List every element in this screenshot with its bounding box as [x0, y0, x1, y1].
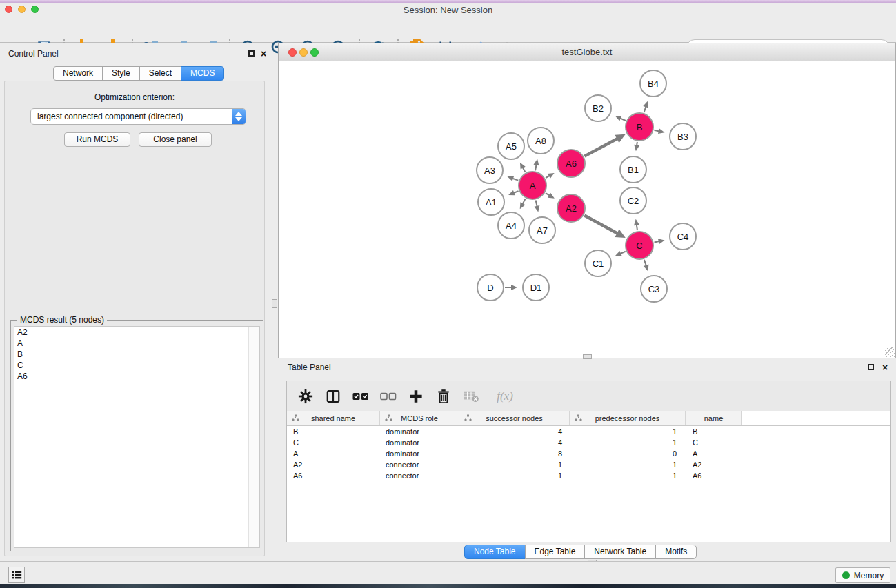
result-item[interactable]: A6	[14, 371, 259, 382]
optimization-label: Optimization criterion:	[5, 92, 264, 102]
mcds-result-list[interactable]: A2ABCA6	[14, 326, 260, 548]
svg-text:B: B	[637, 122, 643, 132]
svg-text:C2: C2	[628, 196, 639, 206]
result-item[interactable]: A	[14, 338, 259, 349]
deselect-all-rows-button[interactable]	[379, 387, 397, 405]
graph-node-C4[interactable]: C4	[670, 223, 696, 250]
titlebar[interactable]: Session: New Session	[0, 3, 896, 18]
column-header[interactable]: successor nodes	[459, 411, 570, 425]
graph-node-C2[interactable]: C2	[620, 187, 646, 214]
svg-text:C1: C1	[593, 258, 604, 269]
graph-edge	[536, 201, 537, 207]
result-item[interactable]: C	[14, 360, 259, 371]
graph-node-A5[interactable]: A5	[498, 133, 524, 159]
graph-node-C[interactable]: C	[626, 232, 653, 259]
table-body: Bdominator41BCdominator41CAdominator80AA…	[287, 426, 890, 481]
toggle-columns-button[interactable]	[324, 387, 342, 405]
tab-network[interactable]: Network	[53, 66, 103, 81]
network-canvas[interactable]: AA1A2A3A4A5A6A7A8BB1B2B3B4CC1C2C3C4DD1	[279, 61, 895, 358]
graph-edge	[655, 241, 659, 242]
graph-node-A2[interactable]: A2	[557, 194, 585, 222]
svg-text:B1: B1	[628, 165, 639, 175]
column-header[interactable]: MCDS role	[380, 411, 459, 425]
graph-node-C1[interactable]: C1	[585, 250, 611, 276]
tab-style[interactable]: Style	[102, 66, 140, 81]
graph-edge	[513, 191, 518, 193]
run-mcds-button[interactable]: Run MCDS	[64, 132, 130, 147]
graph-node-B2[interactable]: B2	[585, 95, 611, 121]
graph-node-D[interactable]: D	[477, 274, 504, 301]
graph-node-A4[interactable]: A4	[498, 212, 524, 239]
table-row[interactable]: Cdominator41C	[287, 437, 890, 448]
tab-mcds[interactable]: MCDS	[181, 66, 224, 81]
table-row[interactable]: A6connector11A6	[287, 470, 890, 481]
graph-node-A8[interactable]: A8	[528, 128, 554, 154]
network-titlebar[interactable]: testGlobe.txt	[279, 43, 895, 61]
graph-node-D1[interactable]: D1	[523, 274, 549, 301]
delete-table-button[interactable]	[462, 387, 480, 405]
close-table-panel-icon[interactable]: ×	[882, 363, 888, 372]
graph-node-A3[interactable]: A3	[477, 157, 503, 183]
float-table-panel-icon[interactable]	[868, 364, 874, 370]
select-all-rows-button[interactable]	[352, 387, 370, 405]
close-panel-button[interactable]: Close panel	[139, 132, 212, 147]
memory-status-icon	[842, 571, 850, 579]
close-panel-icon[interactable]: ×	[261, 50, 266, 58]
result-item[interactable]: A2	[14, 327, 259, 338]
function-builder-button[interactable]: f(x)	[490, 387, 520, 405]
column-header[interactable]: shared name	[287, 411, 380, 425]
tab-node-table[interactable]: Node Table	[464, 545, 526, 559]
edge-arrowhead	[511, 285, 517, 290]
network-title: testGlobe.txt	[279, 43, 895, 61]
graph-node-B1[interactable]: B1	[620, 156, 646, 183]
edge-arrowhead	[507, 176, 514, 181]
svg-text:C4: C4	[677, 232, 689, 242]
fx-label: f(x)	[497, 389, 513, 403]
graph-node-B3[interactable]: B3	[670, 123, 696, 150]
result-item[interactable]: B	[14, 349, 259, 360]
column-header[interactable]: name	[686, 411, 742, 425]
svg-text:C3: C3	[648, 284, 660, 294]
edge-arrowhead	[644, 265, 649, 272]
table-panel-title: Table Panel	[288, 363, 331, 372]
svg-text:A6: A6	[566, 159, 577, 169]
table-row[interactable]: A2connector11A2	[287, 459, 890, 470]
status-bar: Memory	[0, 561, 896, 584]
optimization-dropdown[interactable]: largest connected component (directed)	[30, 108, 246, 125]
graph-node-B[interactable]: B	[626, 113, 653, 141]
graph-node-A6[interactable]: A6	[557, 150, 585, 177]
table-box: f(x) shared nameMCDS rolesuccessor nodes…	[286, 381, 891, 542]
graph-node-B4[interactable]: B4	[640, 70, 666, 97]
edge-arrowhead	[658, 239, 665, 244]
memory-button[interactable]: Memory	[835, 567, 890, 583]
tab-edge-table[interactable]: Edge Table	[525, 545, 586, 559]
node-table[interactable]: shared nameMCDS rolesuccessor nodesprede…	[287, 411, 890, 542]
float-panel-icon[interactable]	[248, 50, 255, 57]
resize-grip-icon[interactable]	[885, 347, 895, 357]
delete-column-button[interactable]	[435, 387, 452, 405]
dropdown-stepper-icon	[232, 109, 246, 124]
result-scrollbar[interactable]	[248, 327, 259, 547]
graph-node-C3[interactable]: C3	[641, 276, 667, 302]
tab-network-table[interactable]: Network Table	[584, 545, 656, 559]
show-panels-button[interactable]	[8, 567, 25, 583]
table-row[interactable]: Adominator80A	[287, 448, 890, 459]
graph-node-A1[interactable]: A1	[478, 189, 504, 215]
vertical-splitter-grip[interactable]	[272, 299, 277, 308]
graph-node-A[interactable]: A	[519, 172, 546, 199]
tab-motifs[interactable]: Motifs	[655, 545, 697, 559]
table-settings-button[interactable]	[297, 387, 315, 405]
add-column-button[interactable]	[407, 387, 425, 405]
table-toolbar: f(x)	[287, 381, 890, 411]
tab-select[interactable]: Select	[139, 66, 181, 81]
network-graph[interactable]: AA1A2A3A4A5A6A7A8BB1B2B3B4CC1C2C3C4DD1	[279, 61, 895, 358]
control-panel-title: Control Panel	[8, 49, 59, 59]
network-window: testGlobe.txt AA1A2A3A4A5A6A7A8BB1B2B3B4…	[278, 43, 896, 358]
column-header[interactable]: predecessor nodes	[570, 411, 686, 425]
graph-node-A7[interactable]: A7	[529, 217, 555, 243]
edge-arrowhead	[634, 219, 639, 225]
horizontal-splitter-grip[interactable]	[583, 354, 592, 359]
svg-text:C: C	[636, 241, 642, 251]
table-row[interactable]: Bdominator41B	[287, 426, 890, 437]
edge-arrowhead	[634, 145, 639, 151]
